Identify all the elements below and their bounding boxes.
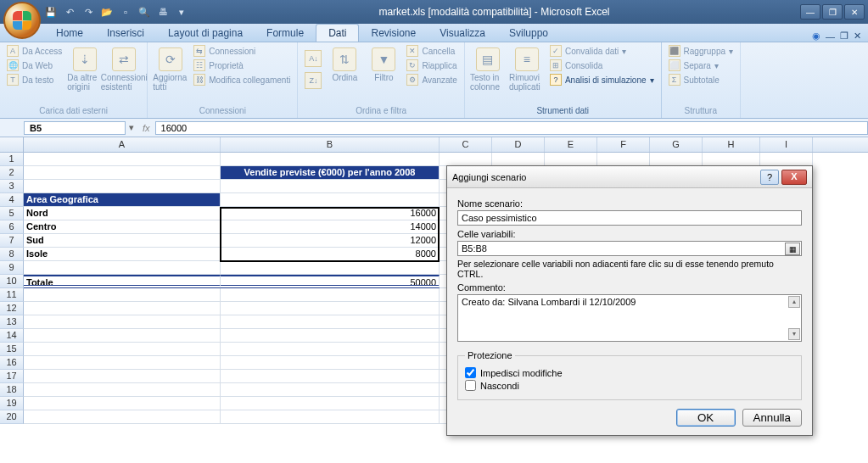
cell-A16[interactable] [24,356,221,370]
col-header[interactable]: D [492,137,545,152]
comment-textarea[interactable] [457,294,802,342]
cell-I1[interactable] [760,153,813,166]
consolidate-button[interactable]: ⊞Consolida [548,59,656,72]
col-header[interactable]: E [545,137,597,152]
refresh-all-button[interactable]: ⟳Aggiorna tutti [153,44,188,92]
cell-B19[interactable] [221,397,440,410]
subtotal-button[interactable]: ΣSubtotale [667,73,735,86]
cell-A8[interactable]: Isole [24,248,221,261]
row-header[interactable]: 15 [0,343,24,356]
tab-review[interactable]: Revisione [359,25,428,42]
edit-links-button[interactable]: ⛓Modifica collegamenti [192,73,292,86]
row-header[interactable]: 11 [0,288,24,302]
remove-duplicates-button[interactable]: ≡Rimuovi duplicati [509,44,545,92]
cell-G1[interactable] [650,153,703,166]
cell-A12[interactable] [24,302,221,315]
row-header[interactable]: 17 [0,370,24,383]
cell-B4[interactable] [221,193,440,207]
cell-B11[interactable] [221,288,440,302]
row-header[interactable]: 12 [0,302,24,315]
cell-B8[interactable]: 8000 [221,248,440,261]
from-other-button[interactable]: ⇣Da altre origini [67,44,103,92]
cell-B12[interactable] [221,302,440,315]
quick-print-icon[interactable]: 🖶 [156,5,170,19]
col-header[interactable]: H [703,137,760,152]
row-header[interactable]: 7 [0,234,24,248]
tab-data[interactable]: Dati [316,24,359,42]
doc-restore-icon[interactable]: ❐ [840,31,848,42]
qat-dropdown-icon[interactable]: ▾ [175,5,188,19]
cell-A20[interactable] [24,410,221,424]
fx-icon[interactable]: fx [143,123,150,133]
ok-button[interactable]: OK [676,409,736,427]
cell-B2[interactable]: Vendite previste (€000) per l'anno 2008 [221,166,440,180]
tab-insert[interactable]: Inserisci [95,25,156,42]
cell-F1[interactable] [597,153,650,166]
text-to-columns-button[interactable]: ▤Testo in colonne [470,44,506,92]
cell-A14[interactable] [24,329,221,343]
tab-view[interactable]: Visualizza [428,25,497,42]
row-header[interactable]: 3 [0,180,24,193]
formula-input[interactable]: 16000 [155,121,868,135]
cell-B3[interactable] [221,180,440,193]
select-all-corner[interactable] [0,137,24,152]
cell-D1[interactable] [492,153,545,166]
row-header[interactable]: 1 [0,153,24,166]
help-icon[interactable]: ◉ [812,31,820,42]
cell-B15[interactable] [221,343,440,356]
maximize-button[interactable]: ❐ [822,4,843,20]
col-header[interactable]: B [221,137,440,152]
cell-B16[interactable] [221,356,440,370]
cell-E1[interactable] [545,153,597,166]
prevent-changes-checkbox[interactable] [465,367,476,378]
office-button[interactable] [3,2,41,39]
cell-A2[interactable] [24,166,221,180]
close-button[interactable]: ✕ [844,4,865,20]
cell-A6[interactable]: Centro [24,220,221,234]
reapply-button[interactable]: ↻Riapplica [405,59,459,72]
row-header[interactable]: 6 [0,220,24,234]
connections-button[interactable]: ⇆Connessioni [192,44,292,58]
cell-H1[interactable] [703,153,760,166]
cell-A5[interactable]: Nord [24,207,221,220]
scenario-name-input[interactable] [457,210,802,226]
cell-B20[interactable] [221,410,440,424]
doc-close-icon[interactable]: ✕ [854,31,861,42]
advanced-button[interactable]: ⚙Avanzate [405,73,459,86]
hide-checkbox[interactable] [465,380,476,391]
prevent-changes-row[interactable]: Impedisci modifiche [465,367,794,378]
whatif-button[interactable]: ?Analisi di simulazione▾ [548,73,656,86]
col-header[interactable]: C [440,137,492,152]
cell-A10[interactable]: Totale [24,275,221,288]
from-web-button[interactable]: 🌐Da Web [5,59,64,72]
cell-B6[interactable]: 14000 [221,220,440,234]
sort-desc-button[interactable]: Z↓ [303,71,323,90]
tab-home[interactable]: Home [44,25,95,42]
print-preview-icon[interactable]: 🔍 [137,5,151,19]
undo-icon[interactable]: ↶ [63,5,76,19]
cell-A19[interactable] [24,397,221,410]
namebox-dropdown-icon[interactable]: ▾ [126,122,137,133]
cell-C1[interactable] [440,153,492,166]
new-icon[interactable]: ▫ [119,5,132,19]
save-icon[interactable]: 💾 [44,5,58,19]
row-header[interactable]: 20 [0,410,24,424]
row-header[interactable]: 18 [0,383,24,397]
group-button[interactable]: ⬛Raggruppa▾ [667,44,735,58]
filter-button[interactable]: ▼Filtro [366,44,401,82]
from-access-button[interactable]: ADa Access [5,44,64,58]
tab-developer[interactable]: Sviluppo [497,25,560,42]
minimize-button[interactable]: — [800,4,820,20]
dialog-titlebar[interactable]: Aggiungi scenario ? X [447,166,812,188]
cell-A9[interactable] [24,261,221,275]
clear-filter-button[interactable]: ✕Cancella [405,44,459,58]
col-header[interactable]: G [650,137,703,152]
cell-A11[interactable] [24,288,221,302]
hide-row[interactable]: Nascondi [465,380,794,391]
cell-B14[interactable] [221,329,440,343]
open-icon[interactable]: 📂 [100,5,114,19]
cell-A4[interactable]: Area Geografica [24,193,221,207]
changing-cells-input[interactable] [457,241,802,256]
range-picker-button[interactable]: ▦ [785,243,800,255]
textarea-scroll-up[interactable]: ▴ [788,296,800,308]
